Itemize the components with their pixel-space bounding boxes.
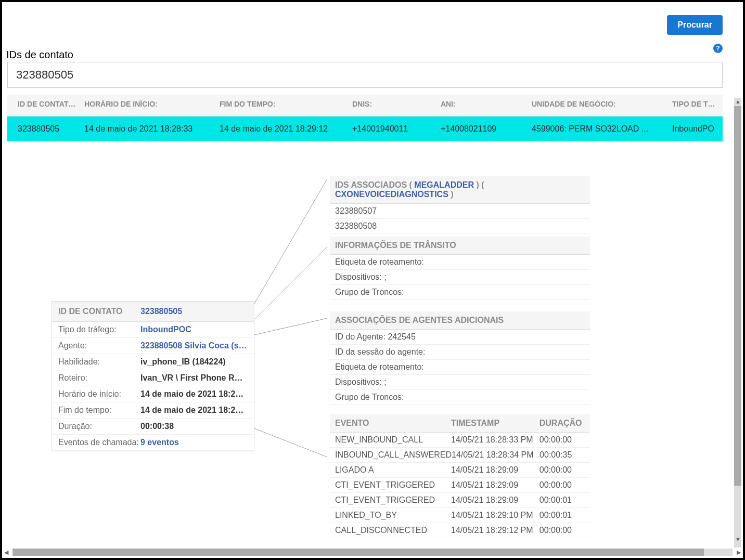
- detail-row-value: Ivan_VR \ First Phone Run...: [140, 373, 248, 383]
- col-header-start[interactable]: HORÁRIO DE INÍCIO:: [80, 100, 215, 108]
- detail-row-label: Habilidade:: [58, 357, 140, 367]
- transit-row: Dispositivos: ;: [330, 270, 590, 285]
- event-duration: 00:00:00: [540, 526, 585, 535]
- detail-row-value[interactable]: 323880508 Silvia Coca (sil...: [140, 341, 248, 350]
- cell-start: 14 de maio de 2021 18:28:33: [80, 124, 215, 134]
- cell-end: 14 de maio de 2021 18:29:12: [215, 124, 348, 134]
- contact-detail-card: ID DE CONTATO 323880505 Tipo de tráfego:…: [52, 301, 254, 451]
- vertical-scrollbar-thumb[interactable]: [734, 106, 741, 486]
- event-name: CTI_EVENT_TRIGGERED: [335, 480, 451, 490]
- col-header-traffic[interactable]: TIPO DE TRÁFEGO:: [668, 100, 720, 108]
- agent-row: ID do Agente: 242545: [330, 330, 590, 345]
- event-name: LINKED_TO_BY: [335, 511, 451, 520]
- detail-row-value: 14 de maio de 2021 18:28:...: [140, 389, 248, 399]
- event-duration: 00:00:00: [540, 465, 585, 475]
- detail-row: Fim do tempo:14 de maio de 2021 18:29:..…: [52, 402, 254, 419]
- svg-line-3: [254, 428, 327, 457]
- event-row: CTI_EVENT_TRIGGERED14/05/21 18:29:0900:0…: [330, 493, 590, 508]
- event-name: CTI_EVENT_TRIGGERED: [335, 496, 451, 505]
- detail-header-label: ID DE CONTATO: [58, 307, 140, 316]
- event-name: NEW_INBOUND_CALL: [335, 435, 451, 445]
- detail-row-label: Eventos de chamada:: [58, 438, 140, 447]
- scroll-right-icon[interactable]: ▶: [737, 549, 741, 556]
- scroll-up-icon[interactable]: ▲: [735, 98, 741, 105]
- cell-id: 323880505: [7, 124, 80, 134]
- col-header-ani[interactable]: ANI:: [436, 100, 528, 108]
- detail-header-value[interactable]: 323880505: [140, 307, 182, 316]
- event-row: LIGADO A14/05/21 18:29:0900:00:00: [330, 463, 590, 478]
- timestamp-col-header: TIMESTAMP: [451, 419, 540, 428]
- event-duration: 00:00:01: [540, 511, 585, 520]
- event-duration: 00:00:00: [540, 435, 585, 445]
- scroll-down-icon[interactable]: ▼: [735, 536, 741, 542]
- event-duration: 00:00:00: [540, 480, 585, 490]
- event-duration: 00:00:35: [540, 450, 585, 460]
- detail-row-value[interactable]: 9 eventos: [140, 438, 248, 447]
- svg-line-0: [254, 179, 327, 304]
- contact-ids-label: IDs de contato: [6, 49, 73, 61]
- transit-info-section: INFORMAÇÕES DE TRÂNSITO Etiqueta de rote…: [330, 237, 590, 300]
- contact-ids-input[interactable]: [7, 62, 723, 88]
- detail-row-label: Roteiro:: [58, 373, 140, 383]
- detail-row-label: Horário de início:: [58, 389, 140, 399]
- event-row: INBOUND_CALL_ANSWERED14/05/21 18:28:34 P…: [330, 448, 590, 463]
- detail-row-value: 00:00:38: [140, 422, 248, 431]
- transit-title: INFORMAÇÕES DE TRÂNSITO: [330, 237, 590, 255]
- horizontal-scrollbar[interactable]: [12, 549, 733, 556]
- detail-row-label: Duração:: [58, 422, 140, 431]
- detail-row: Tipo de tráfego:InboundPOC: [52, 322, 254, 338]
- event-timestamp: 14/05/21 18:28:34 PM: [452, 450, 540, 460]
- event-name: CALL_DISCONNECTED: [335, 526, 451, 535]
- event-timestamp: 14/05/21 18:28:33 PM: [451, 435, 540, 445]
- detail-row: Eventos de chamada:9 eventos: [52, 435, 254, 451]
- search-button[interactable]: Procurar: [667, 15, 723, 35]
- cell-ani: +14008021109: [436, 124, 528, 134]
- transit-row: Grupo de Troncos:: [330, 285, 590, 300]
- event-timestamp: 14/05/21 18:29:10 PM: [451, 511, 540, 520]
- events-section: EVENTO TIMESTAMP DURAÇÃO NEW_INBOUND_CAL…: [330, 414, 590, 538]
- agent-associations-section: ASSOCIAÇÕES DE AGENTES ADICIONAIS ID do …: [330, 311, 590, 405]
- agents-title: ASSOCIAÇÕES DE AGENTES ADICIONAIS: [330, 311, 590, 330]
- agent-row: Etiqueta de roteamento:: [330, 360, 590, 375]
- col-header-bu[interactable]: UNIDADE DE NEGÓCIO:: [528, 100, 668, 108]
- duration-col-header: DURAÇÃO: [540, 419, 585, 428]
- svg-line-1: [254, 246, 327, 319]
- results-table: ID DE CONTATO: HORÁRIO DE INÍCIO: FIM DO…: [7, 95, 723, 141]
- assoc-id-row: 323880508: [330, 219, 590, 234]
- detail-row: Habilidade:iv_phone_IB (184224): [52, 354, 254, 370]
- detail-row: Duração:00:00:38: [52, 419, 254, 435]
- cxonevoicediagnostics-link[interactable]: CXONEVOICEDIAGNOSTICS: [335, 190, 448, 199]
- table-header-row: ID DE CONTATO: HORÁRIO DE INÍCIO: FIM DO…: [7, 95, 723, 116]
- associated-ids-section: IDS ASSOCIADOS ( MEGALADDER ) ( CXONEVOI…: [330, 176, 590, 234]
- table-row[interactable]: 323880505 14 de maio de 2021 18:28:33 14…: [7, 116, 723, 141]
- detail-row-value[interactable]: InboundPOC: [140, 325, 248, 334]
- agent-row: ID da sessão do agente:: [330, 345, 590, 360]
- col-header-dnis[interactable]: DNIS:: [348, 100, 436, 108]
- cell-dnis: +14001940011: [348, 124, 436, 134]
- megaladder-link[interactable]: MEGALADDER: [414, 180, 474, 189]
- horizontal-scrollbar-thumb[interactable]: [12, 549, 704, 556]
- col-header-id[interactable]: ID DE CONTATO:: [7, 100, 80, 108]
- event-col-header: EVENTO: [335, 419, 451, 428]
- event-row: CTI_EVENT_TRIGGERED14/05/21 18:29:0900:0…: [330, 478, 590, 493]
- agent-row: Dispositivos: ;: [330, 375, 590, 390]
- cell-traffic: InboundPO: [668, 124, 720, 134]
- detail-row-value: 14 de maio de 2021 18:29:...: [140, 406, 248, 415]
- event-row: LINKED_TO_BY14/05/21 18:29:10 PM00:00:01: [330, 508, 590, 523]
- event-row: CALL_DISCONNECTED14/05/21 18:29:12 PM00:…: [330, 523, 590, 538]
- scroll-left-icon[interactable]: ◀: [4, 549, 8, 556]
- agent-row: Grupo de Troncos:: [330, 390, 590, 405]
- transit-row: Etiqueta de roteamento:: [330, 255, 590, 270]
- col-header-end[interactable]: FIM DO TEMPO:: [215, 100, 348, 108]
- assoc-ids-title: IDS ASSOCIADOS: [335, 180, 407, 189]
- detail-row-label: Fim do tempo:: [58, 406, 140, 415]
- detail-row-label: Tipo de tráfego:: [58, 325, 140, 334]
- detail-row: Agente:323880508 Silvia Coca (sil...: [52, 338, 254, 354]
- detail-row-label: Agente:: [58, 341, 140, 350]
- help-icon[interactable]: ?: [713, 44, 723, 53]
- event-name: INBOUND_CALL_ANSWERED: [335, 450, 452, 460]
- event-timestamp: 14/05/21 18:29:09: [451, 465, 540, 475]
- event-name: LIGADO A: [335, 465, 451, 475]
- svg-line-2: [254, 318, 327, 335]
- event-row: NEW_INBOUND_CALL14/05/21 18:28:33 PM00:0…: [330, 433, 590, 448]
